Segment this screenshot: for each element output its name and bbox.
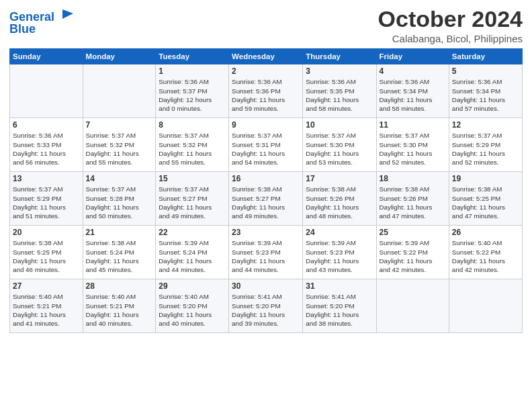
calendar-body: 1Sunrise: 5:36 AMSunset: 5:37 PMDaylight… — [10, 64, 523, 333]
calendar-cell: 21Sunrise: 5:38 AMSunset: 5:24 PMDayligh… — [83, 226, 156, 279]
calendar-cell: 11Sunrise: 5:37 AMSunset: 5:30 PMDayligh… — [376, 118, 449, 172]
day-number: 19 — [452, 174, 519, 183]
calendar-cell — [376, 279, 449, 333]
day-number: 22 — [159, 228, 226, 237]
day-info: Sunrise: 5:37 AMSunset: 5:30 PMDaylight:… — [380, 131, 446, 167]
day-info: Sunrise: 5:37 AMSunset: 5:31 PMDaylight:… — [232, 131, 300, 167]
week-row-1: 1Sunrise: 5:36 AMSunset: 5:37 PMDaylight… — [10, 64, 523, 118]
svg-marker-0 — [62, 9, 73, 19]
calendar-cell: 27Sunrise: 5:40 AMSunset: 5:21 PMDayligh… — [10, 279, 83, 333]
day-info: Sunrise: 5:40 AMSunset: 5:22 PMDaylight:… — [452, 238, 519, 274]
day-number: 1 — [159, 66, 226, 76]
days-of-week-row: SundayMondayTuesdayWednesdayThursdayFrid… — [10, 49, 523, 64]
calendar-cell — [10, 64, 83, 118]
week-row-3: 13Sunrise: 5:37 AMSunset: 5:29 PMDayligh… — [10, 172, 523, 226]
day-number: 23 — [232, 228, 300, 237]
day-info: Sunrise: 5:38 AMSunset: 5:27 PMDaylight:… — [232, 185, 300, 220]
calendar-cell: 8Sunrise: 5:37 AMSunset: 5:32 PMDaylight… — [156, 118, 229, 172]
day-info: Sunrise: 5:37 AMSunset: 5:28 PMDaylight:… — [86, 185, 153, 220]
day-number: 21 — [86, 228, 153, 237]
day-info: Sunrise: 5:38 AMSunset: 5:26 PMDaylight:… — [306, 185, 373, 220]
header: General Blue October 2024 Calabanga, Bic… — [9, 7, 523, 44]
day-info: Sunrise: 5:38 AMSunset: 5:24 PMDaylight:… — [86, 238, 153, 274]
calendar-cell: 2Sunrise: 5:36 AMSunset: 5:36 PMDaylight… — [229, 64, 303, 118]
day-number: 24 — [306, 228, 373, 237]
day-info: Sunrise: 5:36 AMSunset: 5:37 PMDaylight:… — [159, 77, 226, 113]
calendar-cell — [449, 279, 522, 333]
day-info: Sunrise: 5:37 AMSunset: 5:30 PMDaylight:… — [306, 131, 373, 167]
location-title: Calabanga, Bicol, Philippines — [378, 33, 523, 44]
day-number: 10 — [306, 120, 373, 130]
day-number: 27 — [13, 281, 80, 291]
calendar-cell: 25Sunrise: 5:39 AMSunset: 5:22 PMDayligh… — [376, 226, 449, 279]
day-number: 11 — [380, 120, 446, 130]
logo-icon — [56, 7, 75, 26]
week-row-5: 27Sunrise: 5:40 AMSunset: 5:21 PMDayligh… — [10, 279, 523, 333]
page: General Blue October 2024 Calabanga, Bic… — [0, 0, 532, 411]
calendar-cell: 28Sunrise: 5:40 AMSunset: 5:21 PMDayligh… — [83, 279, 156, 333]
calendar-cell: 5Sunrise: 5:36 AMSunset: 5:34 PMDaylight… — [449, 64, 522, 118]
day-number: 17 — [306, 174, 373, 183]
day-info: Sunrise: 5:40 AMSunset: 5:20 PMDaylight:… — [159, 292, 226, 328]
day-number: 2 — [232, 66, 300, 76]
day-info: Sunrise: 5:38 AMSunset: 5:25 PMDaylight:… — [452, 185, 519, 220]
calendar-cell: 26Sunrise: 5:40 AMSunset: 5:22 PMDayligh… — [449, 226, 522, 279]
calendar: SundayMondayTuesdayWednesdayThursdayFrid… — [9, 48, 523, 333]
day-number: 4 — [380, 66, 446, 76]
day-number: 29 — [159, 281, 226, 291]
day-number: 8 — [159, 120, 226, 130]
calendar-cell: 7Sunrise: 5:37 AMSunset: 5:32 PMDaylight… — [83, 118, 156, 172]
day-number: 13 — [13, 174, 80, 183]
day-info: Sunrise: 5:39 AMSunset: 5:22 PMDaylight:… — [380, 238, 446, 274]
day-info: Sunrise: 5:41 AMSunset: 5:20 PMDaylight:… — [232, 292, 300, 328]
day-info: Sunrise: 5:36 AMSunset: 5:34 PMDaylight:… — [452, 77, 519, 113]
logo: General Blue — [9, 9, 75, 36]
week-row-4: 20Sunrise: 5:38 AMSunset: 5:25 PMDayligh… — [10, 226, 523, 279]
day-info: Sunrise: 5:37 AMSunset: 5:27 PMDaylight:… — [159, 185, 226, 220]
calendar-cell: 20Sunrise: 5:38 AMSunset: 5:25 PMDayligh… — [10, 226, 83, 279]
dow-header-tuesday: Tuesday — [156, 49, 229, 64]
dow-header-friday: Friday — [376, 49, 449, 64]
day-info: Sunrise: 5:38 AMSunset: 5:25 PMDaylight:… — [13, 238, 80, 274]
calendar-cell: 31Sunrise: 5:41 AMSunset: 5:20 PMDayligh… — [303, 279, 376, 333]
calendar-cell — [83, 64, 156, 118]
day-info: Sunrise: 5:37 AMSunset: 5:29 PMDaylight:… — [13, 185, 80, 220]
calendar-cell: 19Sunrise: 5:38 AMSunset: 5:25 PMDayligh… — [449, 172, 522, 226]
calendar-cell: 13Sunrise: 5:37 AMSunset: 5:29 PMDayligh… — [10, 172, 83, 226]
day-info: Sunrise: 5:36 AMSunset: 5:33 PMDaylight:… — [13, 131, 80, 167]
calendar-cell: 4Sunrise: 5:36 AMSunset: 5:34 PMDaylight… — [376, 64, 449, 118]
day-info: Sunrise: 5:37 AMSunset: 5:32 PMDaylight:… — [159, 131, 226, 167]
day-info: Sunrise: 5:38 AMSunset: 5:26 PMDaylight:… — [380, 185, 446, 220]
calendar-cell: 16Sunrise: 5:38 AMSunset: 5:27 PMDayligh… — [229, 172, 303, 226]
day-info: Sunrise: 5:40 AMSunset: 5:21 PMDaylight:… — [13, 292, 80, 328]
day-number: 6 — [13, 120, 80, 130]
day-number: 28 — [86, 281, 153, 291]
dow-header-monday: Monday — [83, 49, 156, 64]
calendar-cell: 12Sunrise: 5:37 AMSunset: 5:29 PMDayligh… — [449, 118, 522, 172]
day-number: 18 — [380, 174, 446, 183]
calendar-cell: 6Sunrise: 5:36 AMSunset: 5:33 PMDaylight… — [10, 118, 83, 172]
calendar-cell: 23Sunrise: 5:39 AMSunset: 5:23 PMDayligh… — [229, 226, 303, 279]
month-title: October 2024 — [378, 7, 523, 32]
dow-header-saturday: Saturday — [449, 49, 522, 64]
day-info: Sunrise: 5:36 AMSunset: 5:34 PMDaylight:… — [380, 77, 446, 113]
day-number: 5 — [452, 66, 519, 76]
day-info: Sunrise: 5:39 AMSunset: 5:23 PMDaylight:… — [232, 238, 300, 274]
day-number: 15 — [159, 174, 226, 183]
day-number: 16 — [232, 174, 300, 183]
title-block: October 2024 Calabanga, Bicol, Philippin… — [378, 7, 523, 44]
calendar-cell: 14Sunrise: 5:37 AMSunset: 5:28 PMDayligh… — [83, 172, 156, 226]
day-info: Sunrise: 5:41 AMSunset: 5:20 PMDaylight:… — [306, 292, 373, 328]
calendar-cell: 3Sunrise: 5:36 AMSunset: 5:35 PMDaylight… — [303, 64, 376, 118]
calendar-cell: 18Sunrise: 5:38 AMSunset: 5:26 PMDayligh… — [376, 172, 449, 226]
day-info: Sunrise: 5:39 AMSunset: 5:23 PMDaylight:… — [306, 238, 373, 274]
day-number: 30 — [232, 281, 300, 291]
day-number: 7 — [86, 120, 153, 130]
dow-header-thursday: Thursday — [303, 49, 376, 64]
day-info: Sunrise: 5:40 AMSunset: 5:21 PMDaylight:… — [86, 292, 153, 328]
day-info: Sunrise: 5:37 AMSunset: 5:29 PMDaylight:… — [452, 131, 519, 167]
day-number: 31 — [306, 281, 373, 291]
calendar-cell: 10Sunrise: 5:37 AMSunset: 5:30 PMDayligh… — [303, 118, 376, 172]
day-number: 20 — [13, 228, 80, 237]
day-number: 9 — [232, 120, 300, 130]
